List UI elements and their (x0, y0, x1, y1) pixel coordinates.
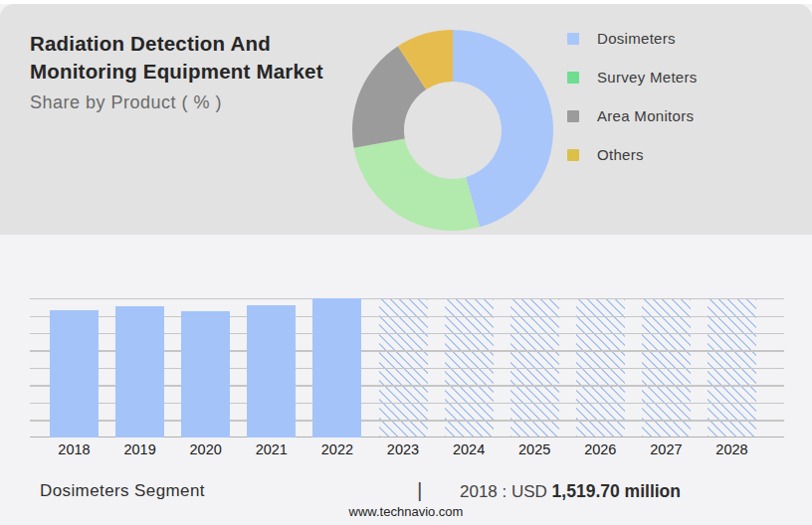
footer-stat: 2018 : USD 1,519.70 million (460, 481, 681, 502)
bar-2019 (115, 306, 164, 438)
footer-segment-label: Dosimeters Segment (40, 481, 205, 501)
header-section: Radiation Detection And Monitoring Equip… (0, 4, 812, 235)
x-axis-labels: 2018201920202021202220232024202520262027… (30, 441, 784, 461)
bar-2025 (510, 298, 559, 438)
bar-2021 (247, 305, 296, 438)
legend-item-dosimeters: Dosimeters (567, 19, 698, 58)
legend-item-others: Others (567, 135, 698, 174)
bar-2027 (642, 298, 691, 438)
legend-label: Area Monitors (597, 107, 694, 124)
legend-item-area-monitors: Area Monitors (567, 96, 698, 135)
bar-2026 (576, 298, 625, 438)
bar-2023 (379, 298, 428, 438)
footer-stat-value: 1,519.70 million (552, 481, 681, 501)
x-axis-label-2022: 2022 (321, 441, 353, 457)
x-axis-label-2018: 2018 (58, 441, 90, 457)
bar-chart (30, 298, 784, 438)
bar-2028 (708, 298, 756, 438)
bar-2024 (445, 298, 494, 438)
legend-swatch-dosimeters (567, 33, 579, 45)
legend-swatch-others (567, 149, 579, 161)
legend-swatch-area-monitors (567, 110, 579, 122)
donut-slice-survey-meters (354, 139, 480, 231)
legend-label: Survey Meters (597, 69, 698, 86)
legend-swatch-survey-meters (567, 72, 579, 84)
page-title: Radiation Detection And Monitoring Equip… (30, 30, 358, 113)
x-axis-label-2019: 2019 (123, 441, 155, 457)
legend-label: Others (597, 146, 644, 163)
infographic-page: Radiation Detection And Monitoring Equip… (0, 0, 812, 525)
x-axis-label-2028: 2028 (715, 441, 747, 457)
x-axis-label-2023: 2023 (387, 441, 419, 457)
title-line-1: Radiation Detection And (30, 30, 358, 58)
x-axis-label-2025: 2025 (518, 441, 550, 457)
footer-stat-prefix: 2018 : USD (460, 482, 552, 501)
legend-label: Dosimeters (597, 30, 676, 47)
bar-2018 (50, 310, 99, 438)
legend-item-survey-meters: Survey Meters (567, 58, 698, 96)
x-axis-label-2020: 2020 (190, 441, 222, 457)
x-axis-label-2026: 2026 (584, 441, 616, 457)
donut-chart-svg (351, 29, 554, 232)
bar-2020 (181, 311, 230, 438)
page-subtitle: Share by Product ( % ) (30, 92, 358, 113)
legend: Dosimeters Survey Meters Area Monitors O… (567, 19, 698, 174)
footer-separator: | (417, 478, 422, 502)
website-link[interactable]: www.technavio.com (0, 504, 812, 519)
bar-2022 (312, 298, 361, 438)
x-axis-label-2027: 2027 (650, 441, 682, 457)
donut-chart (351, 29, 554, 232)
x-axis-label-2021: 2021 (256, 441, 288, 457)
title-line-2: Monitoring Equipment Market (30, 58, 358, 86)
x-axis-label-2024: 2024 (453, 441, 485, 457)
